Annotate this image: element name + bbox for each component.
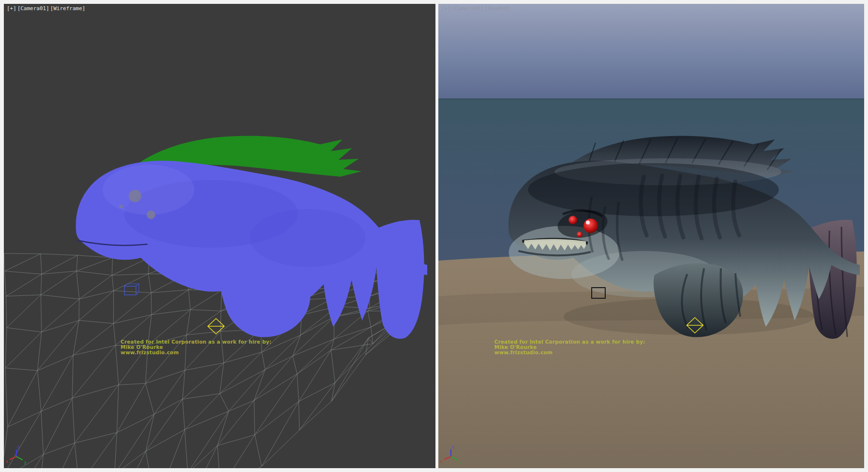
viewport-pov-menu[interactable]: [Camera01] — [452, 5, 484, 12]
mesh-shade — [250, 209, 366, 267]
back-shadow — [528, 163, 779, 216]
fish-nostril-wire — [119, 205, 123, 208]
viewport-label: [+] [Camera01] [Wireframe] — [7, 5, 85, 12]
viewport-shaded[interactable]: Created for Intel Corporation as a work … — [438, 4, 864, 468]
fish-eye-red-small — [569, 216, 577, 224]
fish-eye-red-small — [577, 232, 583, 237]
viewport-pov-menu[interactable]: [Camera01] — [17, 5, 49, 12]
fish-eye-red-large — [583, 219, 598, 233]
viewport-general-menu[interactable]: [+] — [441, 5, 451, 12]
viewport-shading-menu[interactable]: [Shaded] — [485, 5, 510, 12]
viewport-wireframe[interactable]: z x y — [4, 4, 435, 468]
viewport-split-stage: z x y — [0, 0, 868, 472]
eye-highlight — [586, 221, 590, 224]
shaded-canvas[interactable]: Created for Intel Corporation as a work … — [438, 4, 864, 468]
sky — [438, 4, 864, 99]
wireframe-canvas[interactable]: z x y — [4, 4, 435, 468]
mesh-shade — [103, 165, 194, 215]
fish-eye-wire — [147, 210, 155, 219]
viewport-label: [+] [Camera01] [Shaded] — [441, 5, 510, 12]
viewport-general-menu[interactable]: [+] — [7, 5, 16, 12]
credit-line-3: www.frizstudio.com — [121, 349, 179, 355]
viewport-shading-menu[interactable]: [Wireframe] — [50, 5, 85, 12]
fish-eye-wire — [129, 190, 141, 202]
credit-line-3: www.frizstudio.com — [494, 349, 553, 355]
